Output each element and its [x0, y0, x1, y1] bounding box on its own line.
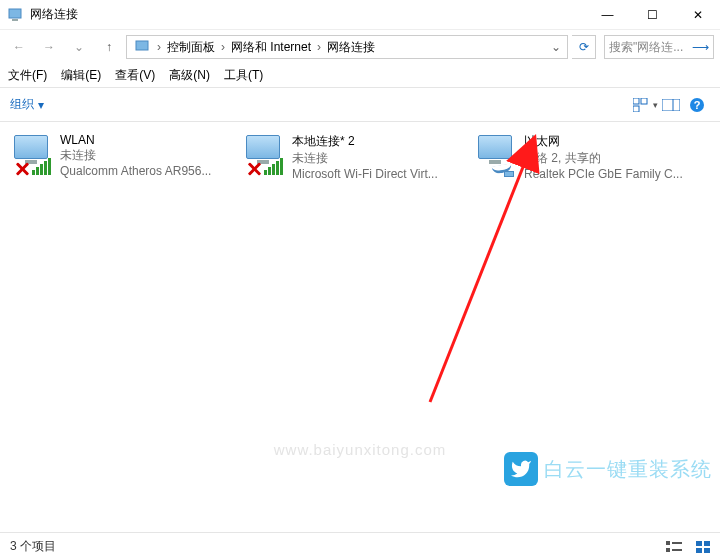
watermark-text: www.baiyunxitong.com: [274, 441, 447, 458]
up-button[interactable]: ↑: [96, 34, 122, 60]
preview-pane-button[interactable]: [658, 94, 684, 116]
svg-rect-5: [633, 106, 639, 112]
plug-icon: [504, 171, 514, 177]
svg-rect-6: [662, 99, 680, 111]
nav-bar: ← → ⌄ ↑ › 控制面板 › 网络和 Internet › 网络连接 ⌄ ⟳…: [0, 30, 720, 64]
chevron-right-icon[interactable]: ›: [219, 40, 227, 54]
svg-rect-4: [641, 98, 647, 104]
recent-button[interactable]: ⌄: [66, 34, 92, 60]
status-bar: 3 个项目: [0, 532, 720, 560]
connection-text: WLAN 未连接 Qualcomm Atheros AR956...: [60, 133, 230, 178]
breadcrumb-seg-2[interactable]: 网络和 Internet: [227, 39, 315, 56]
svg-text:?: ?: [694, 99, 701, 111]
connection-icon: [474, 133, 518, 177]
chevron-right-icon[interactable]: ›: [315, 40, 323, 54]
connection-name: WLAN: [60, 133, 230, 147]
signal-bars-icon: [32, 158, 51, 175]
svg-line-10: [430, 162, 525, 402]
chevron-down-icon: ▾: [38, 98, 44, 112]
connection-text: 以太网 网络 2, 共享的 Realtek PCIe GbE Family C.…: [524, 133, 694, 181]
svg-rect-13: [666, 548, 670, 552]
organize-button[interactable]: 组织 ▾: [10, 96, 44, 113]
app-icon: [8, 7, 24, 23]
connection-name: 以太网: [524, 133, 694, 150]
connection-icon: [10, 133, 54, 177]
svg-rect-18: [704, 548, 710, 553]
svg-rect-1: [12, 19, 18, 21]
breadcrumb[interactable]: › 控制面板 › 网络和 Internet › 网络连接 ⌄: [126, 35, 568, 59]
connection-device: Realtek PCIe GbE Family C...: [524, 167, 694, 181]
back-button[interactable]: ←: [6, 34, 32, 60]
connection-status: 网络 2, 共享的: [524, 150, 694, 167]
svg-rect-0: [9, 9, 21, 18]
disconnected-x-icon: [246, 161, 262, 177]
window-controls: — ☐ ✕: [585, 0, 720, 30]
refresh-button[interactable]: ⟳: [572, 35, 596, 59]
details-view-icon[interactable]: [666, 541, 682, 553]
menu-file[interactable]: 文件(F): [8, 67, 47, 84]
view-options-button[interactable]: ▾: [632, 94, 658, 116]
search-input[interactable]: [609, 40, 688, 54]
close-button[interactable]: ✕: [675, 0, 720, 30]
svg-rect-15: [696, 541, 702, 546]
brand-overlay: 白云一键重装系统: [504, 452, 712, 486]
window-title: 网络连接: [30, 6, 585, 23]
forward-button[interactable]: →: [36, 34, 62, 60]
svg-rect-3: [633, 98, 639, 104]
search-icon[interactable]: ⟶: [692, 40, 709, 54]
connection-device: Microsoft Wi-Fi Direct Virt...: [292, 167, 462, 181]
menu-tools[interactable]: 工具(T): [224, 67, 263, 84]
svg-rect-16: [704, 541, 710, 546]
title-bar: 网络连接 — ☐ ✕: [0, 0, 720, 30]
brand-text: 白云一键重装系统: [544, 456, 712, 483]
chevron-right-icon[interactable]: ›: [155, 40, 163, 54]
connection-item-ethernet[interactable]: 以太网 网络 2, 共享的 Realtek PCIe GbE Family C.…: [470, 130, 698, 184]
content-area[interactable]: WLAN 未连接 Qualcomm Atheros AR956... 本地连接*…: [0, 122, 720, 518]
breadcrumb-icon: [135, 39, 151, 55]
connection-name: 本地连接* 2: [292, 133, 462, 150]
connection-item-local[interactable]: 本地连接* 2 未连接 Microsoft Wi-Fi Direct Virt.…: [238, 130, 466, 184]
signal-bars-icon: [264, 158, 283, 175]
menu-bar: 文件(F) 编辑(E) 查看(V) 高级(N) 工具(T): [0, 64, 720, 88]
connection-text: 本地连接* 2 未连接 Microsoft Wi-Fi Direct Virt.…: [292, 133, 462, 181]
toolbar: 组织 ▾ ▾ ?: [0, 88, 720, 122]
connection-icon: [242, 133, 286, 177]
menu-advanced[interactable]: 高级(N): [169, 67, 210, 84]
connection-status: 未连接: [292, 150, 462, 167]
svg-rect-2: [136, 41, 148, 50]
svg-rect-17: [696, 548, 702, 553]
search-box[interactable]: ⟶: [604, 35, 714, 59]
connection-device: Qualcomm Atheros AR956...: [60, 164, 230, 178]
menu-edit[interactable]: 编辑(E): [61, 67, 101, 84]
connection-status: 未连接: [60, 147, 230, 164]
help-button[interactable]: ?: [684, 94, 710, 116]
breadcrumb-seg-3[interactable]: 网络连接: [323, 39, 379, 56]
connection-item-wlan[interactable]: WLAN 未连接 Qualcomm Atheros AR956...: [6, 130, 234, 181]
minimize-button[interactable]: —: [585, 0, 630, 30]
disconnected-x-icon: [14, 161, 30, 177]
status-item-count: 3 个项目: [10, 538, 56, 555]
breadcrumb-dropdown[interactable]: ⌄: [549, 40, 563, 54]
svg-rect-12: [672, 542, 682, 544]
large-icons-view-icon[interactable]: [696, 541, 710, 553]
brand-logo-icon: [504, 452, 538, 486]
svg-rect-11: [666, 541, 670, 545]
breadcrumb-seg-1[interactable]: 控制面板: [163, 39, 219, 56]
menu-view[interactable]: 查看(V): [115, 67, 155, 84]
svg-rect-14: [672, 549, 682, 551]
maximize-button[interactable]: ☐: [630, 0, 675, 30]
